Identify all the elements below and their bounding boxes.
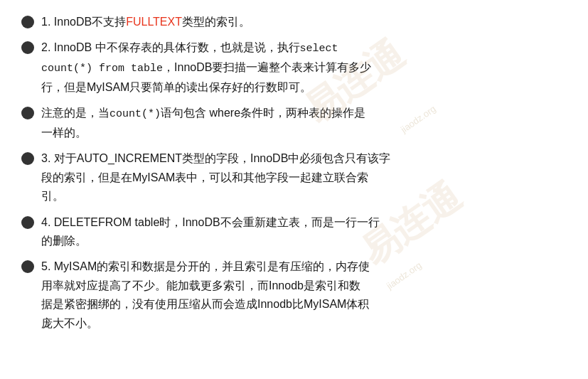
bullet-icon xyxy=(21,41,34,54)
list-item: 3. 对于AUTO_INCREMENT类型的字段，InnoDB中必须包含只有该字… xyxy=(21,149,567,205)
item-text: 3. 对于AUTO_INCREMENT类型的字段，InnoDB中必须包含只有该字… xyxy=(41,149,567,205)
bullet-icon xyxy=(21,107,34,119)
item-text: 1. InnoDB不支持FULLTEXT类型的索引。 xyxy=(41,13,567,31)
bullet-icon xyxy=(21,16,34,28)
code-snippet: select xyxy=(300,43,338,55)
content-list: 1. InnoDB不支持FULLTEXT类型的索引。 2. InnoDB 中不保… xyxy=(21,13,567,333)
list-item: 1. InnoDB不支持FULLTEXT类型的索引。 xyxy=(21,13,567,31)
bullet-icon xyxy=(21,216,34,229)
page-container: 易连通 易连通 jiaodz.org jiaodz.org 1. InnoDB不… xyxy=(0,0,588,379)
item-text: 注意的是，当count(*)语句包含 where条件时，两种表的操作是 一样的。 xyxy=(41,104,567,142)
item-text: 5. MyISAM的索引和数据是分开的，并且索引是有压缩的，内存使 用率就对应提… xyxy=(41,257,567,333)
code-snippet: count(*) xyxy=(109,108,161,120)
bullet-icon xyxy=(21,152,34,165)
item-text: 2. InnoDB 中不保存表的具体行数，也就是说，执行select count… xyxy=(41,38,567,97)
list-item: 5. MyISAM的索引和数据是分开的，并且索引是有压缩的，内存使 用率就对应提… xyxy=(21,257,567,333)
code-snippet: count(*) from table xyxy=(41,63,163,75)
bullet-icon xyxy=(21,260,34,273)
list-item: 注意的是，当count(*)语句包含 where条件时，两种表的操作是 一样的。 xyxy=(21,104,567,142)
list-item: 2. InnoDB 中不保存表的具体行数，也就是说，执行select count… xyxy=(21,38,567,97)
item-text: 4. DELETEFROM table时，InnoDB不会重新建立表，而是一行一… xyxy=(41,213,567,251)
list-item: 4. DELETEFROM table时，InnoDB不会重新建立表，而是一行一… xyxy=(21,213,567,251)
highlight-fulltext: FULLTEXT xyxy=(126,16,182,28)
